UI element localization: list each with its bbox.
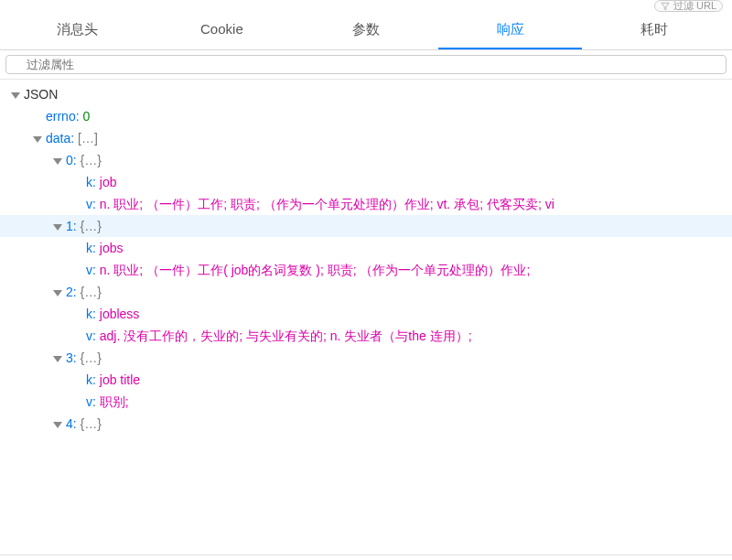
json-index: 2	[66, 285, 73, 299]
url-filter-text: 过滤 URL	[673, 0, 716, 13]
toggle-icon[interactable]	[11, 92, 20, 99]
json-key: k	[86, 307, 92, 321]
json-brackets: {…}	[81, 153, 102, 167]
json-errno-row[interactable]: errno: 0	[0, 105, 732, 127]
json-value-string: job	[100, 175, 117, 189]
json-property-row[interactable]: v: n. 职业; （一件）工作( job的名词复数 ); 职责; （作为一个单…	[0, 259, 732, 281]
json-value-string: adj. 没有工作的，失业的; 与失业有关的; n. 失业者（与the 连用）;	[100, 328, 472, 343]
json-property-row[interactable]: v: n. 职业; （一件）工作; 职责; （作为一个单元处理的）作业; vt.…	[0, 193, 732, 215]
json-value-string: n. 职业; （一件）工作( job的名词复数 ); 职责; （作为一个单元处理…	[100, 263, 531, 277]
toggle-icon[interactable]	[53, 224, 62, 231]
toggle-icon[interactable]	[53, 422, 62, 428]
json-array-item[interactable]: 1: {…}	[0, 215, 732, 237]
toggle-icon[interactable]	[33, 136, 42, 143]
tab-timing[interactable]: 耗时	[582, 12, 727, 49]
json-key: v	[86, 328, 92, 343]
json-index: 0	[66, 153, 73, 167]
json-tree: JSON errno: 0 data: […] 0: {…} k: job v:…	[0, 80, 732, 438]
json-index: 1	[66, 219, 73, 233]
json-value-string: jobs	[100, 241, 124, 255]
json-index: 3	[66, 350, 73, 365]
json-value-string: job title	[100, 372, 140, 387]
filter-icon	[661, 2, 670, 11]
json-array-item[interactable]: 2: {…}	[0, 281, 732, 303]
json-property-row[interactable]: k: job	[0, 171, 732, 193]
toggle-icon[interactable]	[53, 356, 62, 362]
json-key: k	[86, 241, 92, 255]
json-key: v	[86, 263, 92, 277]
json-property-row[interactable]: k: jobless	[0, 303, 732, 325]
json-value-number: 0	[82, 109, 90, 124]
json-brackets: {…}	[81, 285, 102, 299]
json-property-row[interactable]: k: jobs	[0, 237, 732, 259]
json-root[interactable]: JSON	[0, 83, 732, 105]
bottom-divider	[0, 555, 732, 560]
json-data-row[interactable]: data: […]	[0, 127, 732, 149]
filter-properties-input[interactable]	[5, 55, 727, 74]
json-brackets: {…}	[81, 219, 102, 233]
json-key: v	[86, 197, 92, 211]
json-property-row[interactable]: v: adj. 没有工作的，失业的; 与失业有关的; n. 失业者（与the 连…	[0, 325, 732, 347]
toggle-icon[interactable]	[53, 158, 62, 165]
json-root-label: JSON	[24, 87, 58, 102]
filter-bar	[0, 50, 732, 80]
json-brackets: {…}	[81, 416, 102, 431]
json-key: data	[46, 131, 70, 145]
json-array-item[interactable]: 0: {…}	[0, 149, 732, 171]
json-property-row[interactable]: k: job title	[0, 369, 732, 391]
json-property-row[interactable]: v: 职别;	[0, 391, 732, 413]
tab-response[interactable]: 响应	[438, 12, 583, 49]
json-value-string: n. 职业; （一件）工作; 职责; （作为一个单元处理的）作业; vt. 承包…	[100, 197, 554, 211]
json-key: k	[86, 372, 92, 387]
tab-cookie[interactable]: Cookie	[150, 12, 295, 49]
json-array-item[interactable]: 3: {…}	[0, 347, 732, 369]
json-key: v	[86, 394, 92, 409]
json-array-item[interactable]: 4: {…}	[0, 413, 732, 435]
tabs-bar: 消息头 Cookie 参数 响应 耗时	[0, 12, 732, 50]
tab-headers[interactable]: 消息头	[5, 12, 150, 49]
json-brackets: {…}	[81, 350, 102, 365]
toggle-icon[interactable]	[53, 290, 62, 296]
json-value-string: jobless	[100, 307, 140, 321]
json-key: errno	[46, 109, 76, 124]
json-index: 4	[66, 416, 73, 431]
json-value-string: 职别;	[100, 394, 129, 409]
json-brackets: […]	[78, 131, 98, 145]
json-key: k	[86, 175, 92, 189]
url-filter-pill: 过滤 URL	[654, 0, 723, 12]
svg-marker-0	[662, 3, 669, 10]
tab-params[interactable]: 参数	[294, 12, 438, 49]
